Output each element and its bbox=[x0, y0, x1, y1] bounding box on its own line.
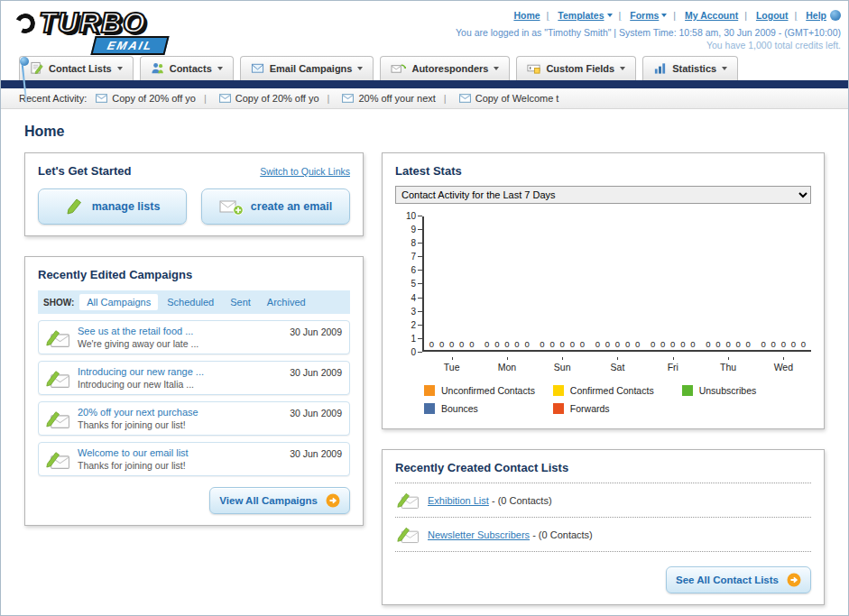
recent-activity-bar: Recent Activity: Copy of 20% off yo Copy… bbox=[1, 88, 848, 109]
campaign-subtitle: Introducing our new Italia ... bbox=[78, 379, 282, 390]
legend-swatch bbox=[424, 385, 435, 396]
bar-value-label: 0 bbox=[439, 339, 444, 349]
login-info: You are logged in as "Timothy Smith" | S… bbox=[456, 27, 841, 38]
envelope-icon bbox=[219, 94, 231, 103]
contact-list-row[interactable]: Newsletter Subscribers - (0 Contacts) bbox=[395, 518, 811, 552]
y-tick-label: 1 bbox=[411, 335, 422, 344]
legend-label: Unconfirmed Contacts bbox=[441, 385, 535, 396]
contact-lists-icon bbox=[30, 61, 43, 75]
legend-label: Forwards bbox=[570, 403, 610, 414]
bar-value-label: 0 bbox=[605, 339, 610, 349]
bar-value-label: 0 bbox=[761, 339, 765, 349]
y-tick-label: 9 bbox=[411, 225, 422, 234]
campaign-row[interactable]: Welcome to our email list Thanks for joi… bbox=[38, 442, 350, 476]
campaign-row[interactable]: 20% off your next purchase Thanks for jo… bbox=[38, 401, 350, 436]
filter-scheduled[interactable]: Scheduled bbox=[160, 294, 221, 310]
autoresponders-icon bbox=[391, 61, 406, 75]
tab-contact-lists[interactable]: Contact Lists bbox=[19, 56, 134, 80]
filter-archived[interactable]: Archived bbox=[260, 294, 313, 310]
top-link-forms[interactable]: Forms bbox=[613, 10, 668, 21]
campaign-subtitle: We're giving away our late ... bbox=[78, 338, 282, 349]
x-tick-label: Sun bbox=[535, 357, 590, 372]
bar-value-label: 0 bbox=[801, 339, 806, 349]
bar-value-label: 0 bbox=[625, 339, 630, 349]
contact-list-link[interactable]: Newsletter Subscribers bbox=[428, 529, 530, 540]
see-all-contact-lists-button[interactable]: See All Contact Lists bbox=[666, 566, 811, 593]
recent-activity-item[interactable]: 20% off your next bbox=[319, 93, 436, 104]
bar-value-label: 0 bbox=[484, 339, 489, 349]
bar-value-label: 0 bbox=[459, 339, 464, 349]
y-tick-label: 4 bbox=[411, 293, 422, 302]
legend-swatch bbox=[553, 403, 564, 414]
logo-swirl-icon bbox=[13, 11, 38, 36]
get-started-panel: Let's Get Started Switch to Quick Links … bbox=[24, 152, 364, 236]
top-link-templates[interactable]: Templates bbox=[540, 10, 613, 21]
top-link-help[interactable]: Help bbox=[789, 10, 827, 21]
x-tick-label: Mon bbox=[479, 357, 534, 372]
recent-activity-item[interactable]: Copy of 20% off yo bbox=[196, 93, 319, 104]
tab-autoresponders[interactable]: Autoresponders bbox=[380, 56, 510, 80]
campaign-title-link[interactable]: Welcome to our email list bbox=[78, 447, 282, 458]
y-tick-label: 2 bbox=[411, 321, 422, 330]
recent-activity-label: Recent Activity: bbox=[19, 93, 87, 104]
campaign-title-link[interactable]: See us at the retail food ... bbox=[78, 326, 282, 336]
chevron-down-icon bbox=[722, 67, 727, 70]
legend-label: Confirmed Contacts bbox=[570, 385, 654, 396]
logo-subtitle: EMAIL bbox=[90, 36, 170, 55]
top-link-my-account[interactable]: My Account bbox=[667, 10, 738, 21]
tab-custom-fields[interactable]: Custom Fields bbox=[516, 56, 636, 80]
envelope-icon bbox=[96, 94, 107, 103]
campaign-date: 30 Jun 2009 bbox=[290, 326, 342, 337]
custom-fields-icon bbox=[527, 61, 540, 75]
legend-label: Bounces bbox=[441, 403, 478, 414]
tab-statistics[interactable]: Statistics bbox=[642, 56, 738, 80]
nav-divider-bar bbox=[1, 80, 848, 88]
tab-email-campaigns[interactable]: Email Campaigns bbox=[240, 56, 374, 80]
recent-activity-item[interactable]: Copy of Welcome t bbox=[436, 93, 559, 104]
contact-list-link[interactable]: Exhibition List bbox=[428, 495, 489, 506]
legend-item: Bounces bbox=[424, 403, 553, 414]
campaign-date: 30 Jun 2009 bbox=[290, 448, 342, 459]
orange-arrow-circle-icon bbox=[787, 573, 801, 587]
bar-value-label: 0 bbox=[735, 339, 740, 349]
bar-value-label: 0 bbox=[560, 339, 565, 349]
filter-sent[interactable]: Sent bbox=[223, 294, 258, 310]
recent-activity-item[interactable]: Copy of 20% off yo bbox=[96, 93, 196, 104]
x-tick-label: Fri bbox=[645, 357, 700, 372]
y-tick-label: 10 bbox=[406, 211, 422, 220]
x-tick-label: Wed bbox=[756, 357, 811, 372]
envelope-pencil-icon bbox=[46, 449, 70, 470]
campaign-date: 30 Jun 2009 bbox=[290, 367, 342, 378]
tab-contacts[interactable]: Contacts bbox=[140, 56, 234, 80]
campaign-title-link[interactable]: Introducing our new range ... bbox=[78, 366, 282, 377]
chevron-down-icon bbox=[620, 67, 625, 70]
envelope-pencil-icon bbox=[46, 327, 70, 348]
campaign-row[interactable]: Introducing our new range ... Introducin… bbox=[38, 361, 350, 395]
chevron-down-icon bbox=[494, 67, 499, 70]
bar-group: 00000 bbox=[700, 339, 755, 350]
recent-activity-items: Copy of 20% off yo Copy of 20% off yo 20… bbox=[96, 93, 558, 104]
stats-period-select[interactable]: Contact Activity for the Last 7 Days bbox=[395, 186, 811, 204]
show-label: SHOW: bbox=[43, 298, 74, 308]
help-icon[interactable] bbox=[830, 10, 841, 21]
recently-edited-campaigns-panel: Recently Edited Campaigns SHOW: All Camp… bbox=[24, 256, 364, 526]
create-email-button[interactable]: create an email bbox=[201, 188, 350, 225]
y-tick-label: 6 bbox=[411, 266, 422, 275]
contact-activity-chart: 109876543210 000000000000000000000000000… bbox=[401, 216, 811, 414]
view-all-campaigns-button[interactable]: View All Campaigns bbox=[209, 487, 350, 514]
bar-value-label: 0 bbox=[781, 339, 786, 349]
contact-list-row[interactable]: Exhibition List - (0 Contacts) bbox=[395, 483, 811, 518]
filter-all-campaigns[interactable]: All Campaigns bbox=[79, 294, 158, 310]
bar-group: 00000 bbox=[756, 339, 811, 350]
bar-value-label: 0 bbox=[504, 339, 509, 349]
top-link-logout[interactable]: Logout bbox=[738, 10, 788, 21]
campaign-row[interactable]: See us at the retail food ... We're givi… bbox=[38, 320, 350, 354]
top-link-home[interactable]: Home bbox=[513, 10, 540, 21]
legend-swatch bbox=[424, 403, 435, 414]
manage-lists-button[interactable]: manage lists bbox=[38, 188, 187, 225]
bar-group: 00000 bbox=[424, 339, 479, 350]
switch-quick-links-link[interactable]: Switch to Quick Links bbox=[260, 166, 350, 177]
envelope-pencil-icon bbox=[397, 491, 420, 510]
campaign-title-link[interactable]: 20% off your next purchase bbox=[78, 407, 282, 418]
legend-swatch bbox=[553, 385, 564, 396]
